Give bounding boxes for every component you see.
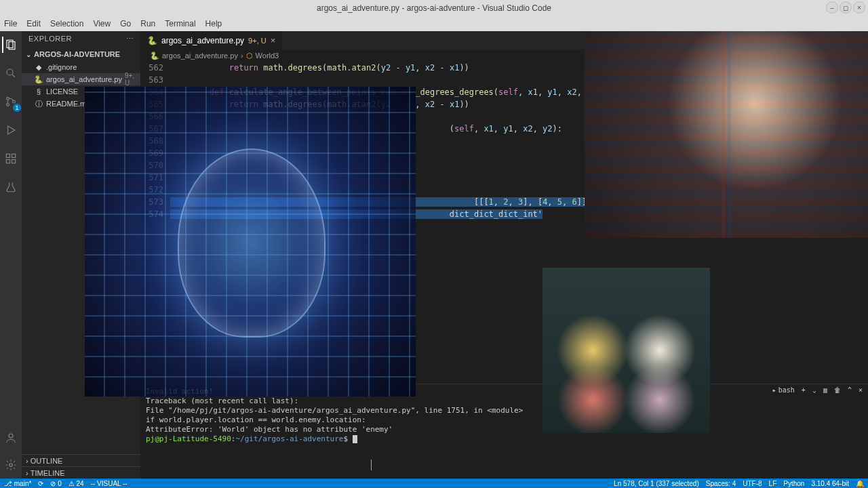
svg-rect-9 [6, 160, 9, 163]
python-icon: 🐍 [34, 75, 43, 84]
svg-point-2 [7, 69, 13, 75]
menu-view[interactable]: View [93, 19, 111, 28]
cursor-position[interactable]: Ln 578, Col 1 (337 selected) [614, 480, 699, 487]
python-interpreter[interactable]: 3.10.4 64-bit [811, 480, 849, 487]
sidebar-header: EXPLORER ⋯ [22, 31, 140, 46]
errors-count[interactable]: ⊘ 0 [50, 480, 61, 487]
timeline-section[interactable]: › TIMELINE [22, 466, 140, 479]
text-cursor [371, 460, 372, 470]
terminal-shell-selector[interactable]: ▸ bash [772, 386, 795, 395]
gear-icon[interactable] [3, 457, 19, 473]
testing-icon[interactable] [3, 179, 19, 195]
minimize-button[interactable]: – [826, 1, 838, 14]
sidebar-more-icon[interactable]: ⋯ [126, 35, 134, 43]
account-icon[interactable] [3, 430, 19, 446]
file-icon: ◆ [34, 63, 43, 72]
svg-line-3 [12, 75, 15, 77]
maximize-button[interactable]: ◻ [840, 1, 852, 14]
overlay-brain-image [85, 87, 416, 396]
terminal-prompt-line[interactable]: pj@pj-Latitude-5490:~/git/argos-ai-adven… [146, 434, 863, 444]
python-icon: 🐍 [147, 36, 157, 45]
menu-go[interactable]: Go [120, 19, 131, 28]
indentation[interactable]: Spaces: 4 [706, 480, 736, 487]
close-icon[interactable]: × [271, 35, 276, 45]
vim-mode: -- VISUAL -- [91, 480, 127, 487]
outline-section[interactable]: › OUTLINE [22, 454, 140, 466]
window-controls: – ◻ × [826, 1, 865, 14]
extensions-icon[interactable] [3, 150, 19, 167]
terminal-panel[interactable]: ▸ bash + ⌄ ▥ 🗑 ^ × Invalid action!Traceb… [140, 384, 868, 479]
search-icon[interactable] [3, 65, 19, 81]
menu-file[interactable]: File [4, 19, 17, 28]
menu-terminal[interactable]: Terminal [165, 19, 195, 28]
chevron-right-icon: › [26, 457, 28, 465]
chevron-down-icon: ⌄ [26, 51, 31, 58]
tab-argos-py[interactable]: 🐍 argos_ai_adventure.py 9+, U × [140, 31, 283, 49]
encoding[interactable]: UTF-8 [743, 480, 762, 487]
menu-selection[interactable]: Selection [50, 19, 83, 28]
chevron-down-icon[interactable]: ⌄ [812, 386, 816, 395]
sidebar-title: EXPLORER [28, 35, 72, 43]
split-terminal-icon[interactable]: ▥ [823, 386, 827, 395]
svg-rect-11 [12, 154, 16, 157]
svg-marker-7 [8, 126, 16, 134]
terminal-cursor [353, 435, 357, 443]
file-gitignore[interactable]: ◆ .gitignore [22, 61, 140, 73]
menu-run[interactable]: Run [140, 19, 155, 28]
activity-bar: 1 [0, 31, 22, 479]
warnings-count[interactable]: ⚠ 24 [68, 480, 84, 487]
svg-point-6 [13, 100, 16, 103]
svg-point-13 [9, 464, 13, 467]
menu-help[interactable]: Help [205, 19, 222, 28]
explorer-icon[interactable] [2, 37, 18, 53]
svg-point-5 [7, 104, 9, 106]
info-icon: ⓘ [34, 99, 43, 109]
window-title: argos_ai_adventure.py - argos-ai-adventu… [317, 3, 551, 13]
window-titlebar: argos_ai_adventure.py - argos-ai-adventu… [0, 0, 868, 16]
menu-edit[interactable]: Edit [26, 19, 41, 28]
file-argos-py[interactable]: 🐍 argos_ai_adventure.py 9+, U [22, 73, 140, 85]
language-mode[interactable]: Python [783, 480, 804, 487]
eol[interactable]: LF [769, 480, 777, 487]
git-branch[interactable]: ⎇ main* [4, 480, 31, 487]
kill-terminal-icon[interactable]: 🗑 [834, 386, 841, 395]
maximize-panel-icon[interactable]: ^ [848, 386, 852, 395]
notifications-icon[interactable]: 🔔 [856, 480, 864, 487]
chevron-right-icon: › [26, 469, 28, 477]
python-icon: 🐍 [150, 52, 159, 60]
folder-title[interactable]: ⌄ ARGOS-AI-ADVENTURE [22, 47, 140, 61]
class-icon: ⬡ [246, 52, 253, 60]
svg-point-4 [7, 98, 9, 100]
overlay-webcam-feed [585, 31, 868, 238]
terminal-toolbar: ▸ bash + ⌄ ▥ 🗑 ^ × [772, 386, 863, 395]
status-bar: ⎇ main* ⟳ ⊘ 0 ⚠ 24 -- VISUAL -- Ln 578, … [0, 479, 868, 488]
close-button[interactable]: × [853, 1, 865, 14]
svg-rect-8 [6, 154, 9, 157]
overlay-painting-image [542, 268, 710, 433]
close-panel-icon[interactable]: × [859, 386, 863, 395]
new-terminal-icon[interactable]: + [802, 386, 806, 395]
sync-icon[interactable]: ⟳ [38, 480, 43, 487]
menubar: File Edit Selection View Go Run Terminal… [0, 16, 868, 31]
source-control-icon[interactable]: 1 [3, 94, 19, 110]
svg-point-12 [9, 434, 13, 438]
debug-icon[interactable] [3, 122, 19, 138]
file-icon: § [34, 87, 43, 96]
svg-rect-10 [12, 160, 16, 163]
